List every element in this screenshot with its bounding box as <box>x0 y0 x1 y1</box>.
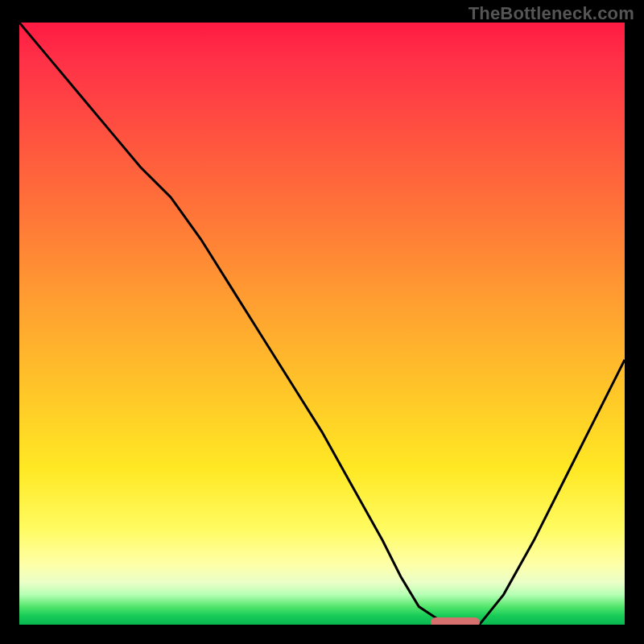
bottleneck-line <box>19 23 625 625</box>
curve-path <box>19 23 625 625</box>
plot-area <box>19 23 625 625</box>
chart-frame: TheBottleneck.com <box>0 0 644 644</box>
optimum-marker <box>431 617 479 625</box>
watermark-text: TheBottleneck.com <box>469 3 634 24</box>
